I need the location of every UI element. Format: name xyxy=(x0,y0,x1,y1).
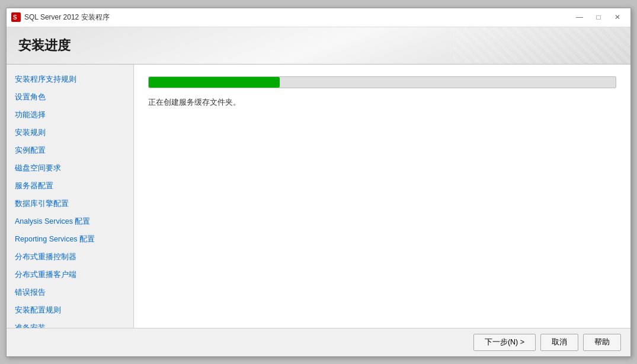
next-button[interactable]: 下一步(N) > xyxy=(473,334,536,351)
footer: 下一步(N) > 取消 帮助 xyxy=(7,328,630,356)
sidebar-item-install-config-rules[interactable]: 安装配置规则 xyxy=(7,301,133,319)
sidebar-item-dist-replay-client[interactable]: 分布式重播客户端 xyxy=(7,266,133,284)
window-title: SQL Server 2012 安装程序 xyxy=(24,12,110,22)
header-area: 安装进度 xyxy=(7,27,630,65)
progress-bar-container xyxy=(148,76,616,88)
sidebar-item-setup-role[interactable]: 设置角色 xyxy=(7,88,133,106)
sidebar-item-error-report[interactable]: 错误报告 xyxy=(7,284,133,301)
sidebar-item-instance-config[interactable]: 实例配置 xyxy=(7,141,133,159)
page-title: 安装进度 xyxy=(18,38,71,53)
minimize-button[interactable]: — xyxy=(571,11,588,24)
sidebar-item-feature-select[interactable]: 功能选择 xyxy=(7,106,133,124)
sidebar-item-setup-rules[interactable]: 安装程序支持规则 xyxy=(7,70,133,88)
main-area: 安装程序支持规则设置角色功能选择安装规则实例配置磁盘空间要求服务器配置数据库引擎… xyxy=(7,65,630,328)
right-panel: 正在创建服务缓存文件夹。 xyxy=(134,65,630,328)
sidebar-item-disk-space[interactable]: 磁盘空间要求 xyxy=(7,159,133,177)
progress-status-text: 正在创建服务缓存文件夹。 xyxy=(148,98,616,108)
maximize-button[interactable]: □ xyxy=(590,11,607,24)
sidebar-item-ready-install[interactable]: 准备安装 xyxy=(7,319,133,328)
window-controls: — □ ✕ xyxy=(571,11,626,24)
close-button[interactable]: ✕ xyxy=(609,11,626,24)
cancel-button[interactable]: 取消 xyxy=(540,334,578,351)
sidebar: 安装程序支持规则设置角色功能选择安装规则实例配置磁盘空间要求服务器配置数据库引擎… xyxy=(7,65,134,328)
titlebar: S SQL Server 2012 安装程序 — □ ✕ xyxy=(7,8,630,27)
sidebar-item-install-rules[interactable]: 安装规则 xyxy=(7,124,133,141)
main-window: S SQL Server 2012 安装程序 — □ ✕ 安装进度 安装程序支持… xyxy=(6,8,631,357)
app-icon: S xyxy=(11,12,21,22)
svg-text:S: S xyxy=(13,14,17,21)
sidebar-item-db-engine-config[interactable]: 数据库引擎配置 xyxy=(7,195,133,212)
titlebar-left: S SQL Server 2012 安装程序 xyxy=(11,12,110,22)
help-button[interactable]: 帮助 xyxy=(583,334,621,351)
progress-bar-fill xyxy=(149,77,280,88)
sidebar-item-dist-replay-ctrl[interactable]: 分布式重播控制器 xyxy=(7,248,133,266)
sidebar-item-analysis-config[interactable]: Analysis Services 配置 xyxy=(7,212,133,230)
sidebar-item-reporting-config[interactable]: Reporting Services 配置 xyxy=(7,230,133,248)
sidebar-item-server-config[interactable]: 服务器配置 xyxy=(7,177,133,195)
